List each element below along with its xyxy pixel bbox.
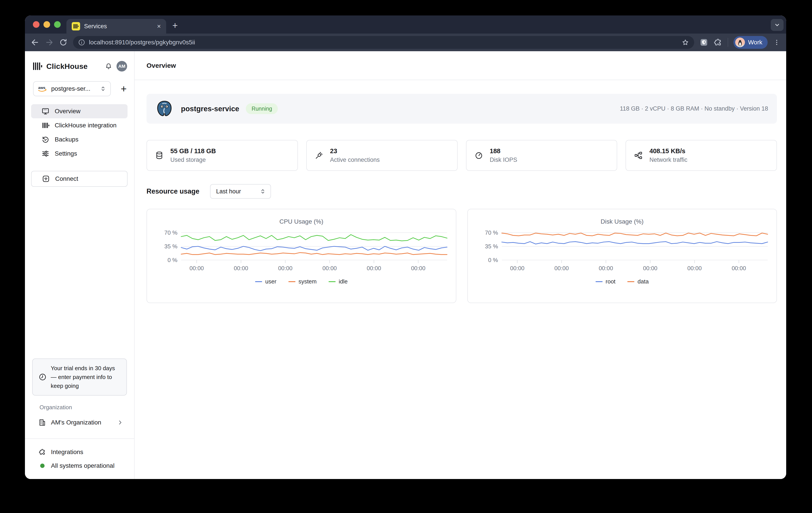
chart-title: CPU Usage (%)	[279, 218, 323, 225]
history-icon	[41, 136, 50, 143]
brand-row: ClickHouse AM	[25, 51, 134, 72]
chart-canvas: 0 %35 %70 %00:0000:0000:0000:0000:0000:0…	[474, 226, 770, 273]
sidebar-divider	[25, 438, 134, 439]
stat-value: 408.15 KB/s	[649, 147, 687, 155]
chevron-right-icon	[117, 420, 123, 426]
sidebar-item-label: Overview	[55, 108, 81, 115]
main-content: Overview postgres-service Running 118 GB…	[135, 51, 786, 479]
zoom-window-button[interactable]	[54, 21, 61, 28]
stat-label: Active connections	[330, 156, 380, 163]
sidebar-item-overview[interactable]: Overview	[31, 104, 127, 118]
close-tab-icon[interactable]: ×	[157, 23, 161, 30]
browser-profile-button[interactable]: Work	[733, 36, 767, 49]
chart-legend: rootdata	[596, 278, 649, 285]
close-window-button[interactable]	[33, 21, 39, 28]
stat-card-disk-iops: 188 Disk IOPS	[466, 140, 617, 171]
extensions-puzzle-icon[interactable]	[714, 38, 722, 47]
adblock-shield-icon[interactable]	[699, 38, 708, 47]
reload-icon[interactable]	[59, 38, 68, 47]
chart-legend: usersystemidle	[255, 278, 348, 285]
bookmark-star-icon[interactable]	[682, 38, 689, 46]
service-specs: 118 GB · 2 vCPU · 8 GB RAM · No standby …	[620, 105, 768, 112]
organization-section-label: Organization	[39, 404, 72, 411]
legend-color-swatch	[627, 281, 634, 282]
organization-row[interactable]: AM's Organization	[38, 416, 123, 429]
sidebar: ClickHouse AM aws postgres-ser...	[25, 51, 135, 479]
charts-row: CPU Usage (%) 0 %35 %70 %00:0000:0000:00…	[146, 209, 777, 303]
legend-item-system[interactable]: system	[288, 278, 317, 285]
chevron-updown-icon	[100, 85, 106, 92]
connect-button[interactable]: Connect	[31, 171, 127, 187]
sidebar-item-label: Backups	[55, 136, 78, 143]
url-bar[interactable]: localhost:8910/postgres/pgkybgnv0s5ii	[73, 36, 694, 49]
axis-tick-label: 00:00	[190, 265, 204, 272]
legend-item-root[interactable]: root	[596, 278, 616, 285]
sidebar-item-clickhouse-integration[interactable]: ClickHouse integration	[31, 118, 127, 133]
axis-tick-label: 0 %	[488, 257, 498, 263]
tab-title: Services	[84, 23, 153, 30]
browser-tabstrip: Services × +	[25, 16, 786, 33]
legend-label: system	[298, 278, 317, 285]
new-tab-button[interactable]: +	[172, 20, 178, 31]
forward-icon[interactable]	[45, 38, 54, 47]
profile-avatar	[735, 37, 745, 47]
stat-card-active-connections: 23 Active connections	[306, 140, 458, 171]
site-info-icon[interactable]	[78, 39, 85, 46]
series-system	[181, 253, 447, 255]
series-user	[181, 246, 447, 251]
sidebar-item-backups[interactable]: Backups	[31, 133, 127, 147]
disk-usage-canvas: 0 %35 %70 %00:0000:0000:0000:0000:0000:0…	[474, 226, 770, 273]
sidebar-item-label: ClickHouse integration	[55, 122, 116, 129]
service-hero-card: postgres-service Running 118 GB · 2 vCPU…	[146, 94, 777, 124]
legend-color-swatch	[328, 281, 336, 282]
axis-tick-label: 00:00	[687, 265, 702, 272]
sidebar-item-settings[interactable]: Settings	[31, 147, 127, 161]
legend-item-user[interactable]: user	[255, 278, 277, 285]
notifications-bell-icon[interactable]	[105, 62, 113, 70]
window-controls	[33, 21, 61, 28]
browser-menu-icon[interactable]	[773, 38, 780, 47]
stat-card-used-storage: 55 GB / 118 GB Used storage	[146, 140, 298, 171]
chart-title: Disk Usage (%)	[601, 218, 643, 225]
app-root: ClickHouse AM aws postgres-ser...	[25, 51, 786, 479]
tab-services[interactable]: Services ×	[66, 19, 166, 33]
back-icon[interactable]	[31, 38, 39, 47]
clickhouse-favicon-icon	[72, 22, 80, 30]
legend-item-idle[interactable]: idle	[328, 278, 348, 285]
add-service-button[interactable]: +	[121, 83, 127, 95]
time-range-select[interactable]: Last hour	[210, 184, 271, 199]
legend-label: data	[637, 278, 649, 285]
main-header: Overview	[135, 51, 786, 80]
stat-label: Used storage	[170, 156, 216, 163]
cpu-usage-canvas: 0 %35 %70 %00:0000:0000:0000:0000:0000:0…	[153, 226, 449, 273]
user-avatar[interactable]: AM	[116, 61, 127, 72]
url-text[interactable]: localhost:8910/postgres/pgkybgnv0s5ii	[89, 39, 678, 46]
disk-usage-chart-panel: Disk Usage (%) 0 %35 %70 %00:0000:0000:0…	[467, 209, 777, 303]
content-area: postgres-service Running 118 GB · 2 vCPU…	[135, 94, 786, 303]
axis-tick-label: 00:00	[234, 265, 248, 272]
monitor-icon	[41, 107, 50, 115]
service-selector-row: aws postgres-ser... +	[33, 81, 127, 96]
browser-toolbar: localhost:8910/postgres/pgkybgnv0s5ii Wo…	[25, 33, 786, 51]
stat-label: Network traffic	[649, 156, 687, 163]
sidebar-item-label: Settings	[55, 150, 77, 157]
browser-window: Services × + localhost:8910	[25, 16, 786, 479]
service-selector-value: postgres-ser...	[51, 85, 96, 92]
axis-tick-label: 00:00	[510, 265, 524, 272]
stat-label: Disk IOPS	[490, 156, 517, 163]
integrations-label: Integrations	[51, 449, 83, 456]
clickhouse-logo-icon	[33, 62, 42, 70]
system-status-link[interactable]: All systems operational	[39, 460, 115, 471]
tab-search-chevron-icon[interactable]	[771, 19, 784, 31]
legend-color-swatch	[288, 281, 295, 282]
axis-tick-label: 00:00	[278, 265, 292, 272]
service-name: postgres-service	[181, 105, 239, 113]
gauge-icon	[474, 151, 483, 160]
legend-item-data[interactable]: data	[627, 278, 649, 285]
integrations-link[interactable]: Integrations	[39, 447, 83, 457]
database-icon	[155, 151, 164, 160]
axis-tick-label: 00:00	[732, 265, 746, 272]
service-selector[interactable]: aws postgres-ser...	[33, 81, 111, 96]
network-icon	[634, 151, 643, 160]
minimize-window-button[interactable]	[44, 21, 50, 28]
